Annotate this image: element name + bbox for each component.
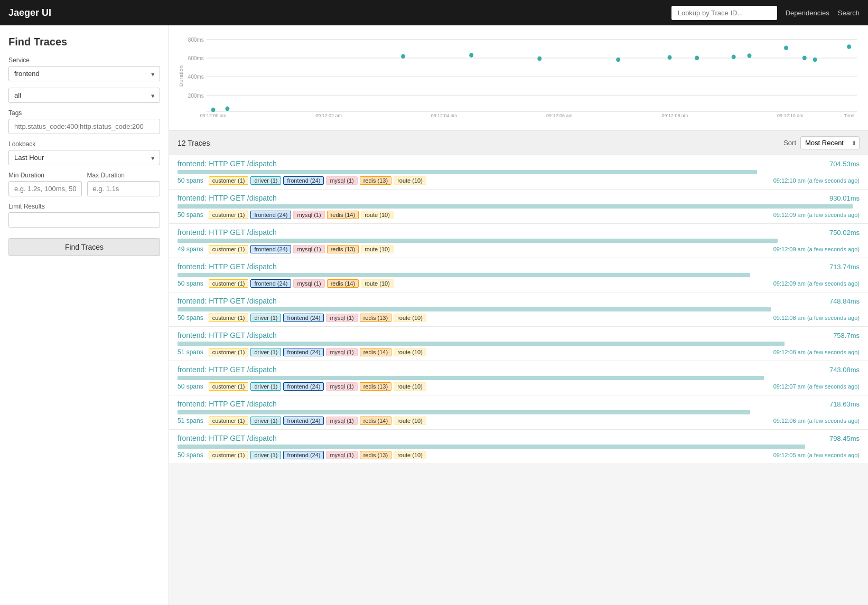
max-duration-input[interactable] xyxy=(87,181,161,196)
trace-bar-wrapper xyxy=(178,204,860,209)
trace-list: frontend: HTTP GET /dispatch 704.53ms 50… xyxy=(169,155,868,464)
tag-badge-driver: driver (1) xyxy=(250,451,281,459)
tag-badge-frontend: frontend (24) xyxy=(283,176,324,185)
trace-spans: 49 spans xyxy=(178,245,203,253)
lookback-label: Lookback xyxy=(8,140,160,148)
tag-badge-redis: redis (14) xyxy=(360,417,391,425)
tag-badge-mysql: mysql (1) xyxy=(326,382,357,391)
main-content: Duration 800ms 600ms 400ms 200ms xyxy=(169,25,868,605)
trace-spans: 50 spans xyxy=(178,211,203,219)
trace-top: frontend: HTTP GET /dispatch 713.74ms xyxy=(169,258,868,273)
svg-text:09:12:10 am: 09:12:10 am xyxy=(777,113,804,118)
trace-tags: customer (1)driver (1)frontend (24)mysql… xyxy=(209,451,773,459)
trace-item[interactable]: frontend: HTTP GET /dispatch 798.45ms 50… xyxy=(169,430,868,464)
tag-badge-mysql: mysql (1) xyxy=(326,451,357,459)
trace-spans: 50 spans xyxy=(178,177,203,184)
trace-bar xyxy=(178,307,771,311)
trace-bottom: 51 spans customer (1)driver (1)frontend … xyxy=(169,346,868,361)
trace-name: frontend: HTTP GET /dispatch xyxy=(178,194,277,202)
dependencies-button[interactable]: Dependencies xyxy=(786,9,829,17)
trace-spans: 51 spans xyxy=(178,417,203,424)
service-select[interactable]: frontend xyxy=(8,66,160,81)
tag-badge-route: route (10) xyxy=(394,417,426,425)
trace-bar xyxy=(178,204,853,209)
trace-item[interactable]: frontend: HTTP GET /dispatch 758.7ms 51 … xyxy=(169,327,868,361)
tag-badge-redis: redis (13) xyxy=(360,314,391,322)
min-duration-label: Min Duration xyxy=(8,172,82,179)
trace-item[interactable]: frontend: HTTP GET /dispatch 748.84ms 50… xyxy=(169,292,868,327)
trace-item[interactable]: frontend: HTTP GET /dispatch 713.74ms 50… xyxy=(169,258,868,292)
tag-badge-mysql: mysql (1) xyxy=(293,245,324,253)
sort-select[interactable]: Most Recent Longest First Shortest First… xyxy=(800,136,860,149)
trace-name: frontend: HTTP GET /dispatch xyxy=(178,297,277,305)
svg-text:800ms: 800ms xyxy=(188,37,204,43)
tag-badge-route: route (10) xyxy=(394,451,426,459)
min-duration-input[interactable] xyxy=(8,181,82,196)
svg-point-14 xyxy=(537,56,542,61)
service-select-wrapper: frontend xyxy=(8,66,160,81)
svg-text:200ms: 200ms xyxy=(188,92,204,98)
trace-top: frontend: HTTP GET /dispatch 930.01ms xyxy=(169,190,868,204)
svg-text:09:12:06 am: 09:12:06 am xyxy=(546,113,573,118)
trace-bar xyxy=(178,239,778,243)
trace-tags: customer (1)frontend (24)mysql (1)redis … xyxy=(209,279,773,288)
svg-text:600ms: 600ms xyxy=(188,55,204,61)
trace-name: frontend: HTTP GET /dispatch xyxy=(178,228,277,237)
sidebar-title: Find Traces xyxy=(8,36,160,48)
header: Jaeger UI Dependencies Search xyxy=(0,0,868,25)
trace-bar-wrapper xyxy=(178,376,860,380)
trace-name: frontend: HTTP GET /dispatch xyxy=(178,159,277,168)
sort-label: Sort xyxy=(783,139,796,147)
trace-item[interactable]: frontend: HTTP GET /dispatch 750.02ms 49… xyxy=(169,224,868,258)
trace-item[interactable]: frontend: HTTP GET /dispatch 718.63ms 51… xyxy=(169,395,868,430)
service-label: Service xyxy=(8,56,160,64)
tag-badge-route: route (10) xyxy=(361,279,394,288)
sidebar: Find Traces Service frontend all Tags Lo… xyxy=(0,25,169,605)
min-duration-form-group: Min Duration xyxy=(8,172,82,196)
sort-area: Sort Most Recent Longest First Shortest … xyxy=(783,136,860,149)
tag-badge-redis: redis (14) xyxy=(327,211,359,219)
trace-time: 09:12:10 am (a few seconds ago) xyxy=(773,177,860,184)
search-button[interactable]: Search xyxy=(838,9,860,17)
tag-badge-driver: driver (1) xyxy=(250,382,281,391)
svg-text:09:12:04 am: 09:12:04 am xyxy=(431,113,458,118)
limit-form-group: Limit Results 20 xyxy=(8,203,160,228)
tag-badge-redis: redis (13) xyxy=(360,451,391,459)
service-form-group: Service frontend xyxy=(8,56,160,81)
svg-text:09:12:00 am: 09:12:00 am xyxy=(200,113,227,118)
trace-item[interactable]: frontend: HTTP GET /dispatch 704.53ms 50… xyxy=(169,155,868,190)
trace-item[interactable]: frontend: HTTP GET /dispatch 930.01ms 50… xyxy=(169,190,868,224)
trace-bottom: 50 spans customer (1)driver (1)frontend … xyxy=(169,380,868,395)
trace-bar xyxy=(178,376,764,380)
trace-bottom: 50 spans customer (1)driver (1)frontend … xyxy=(169,449,868,464)
traces-header: 12 Traces Sort Most Recent Longest First… xyxy=(169,131,868,155)
limit-input[interactable]: 20 xyxy=(8,212,160,228)
tag-badge-customer: customer (1) xyxy=(209,279,249,288)
trace-spans: 50 spans xyxy=(178,314,203,322)
trace-tags: customer (1)driver (1)frontend (24)mysql… xyxy=(209,176,773,185)
svg-point-17 xyxy=(695,56,699,61)
lookback-select[interactable]: Last Hour Last 2 Hours Last 6 Hours Last… xyxy=(8,150,160,165)
trace-bottom: 50 spans customer (1)frontend (24)mysql … xyxy=(169,209,868,223)
trace-bar-wrapper xyxy=(178,273,860,277)
tags-input[interactable] xyxy=(8,119,160,134)
operation-select[interactable]: all xyxy=(8,88,160,103)
tags-form-group: Tags xyxy=(8,109,160,134)
tag-badge-frontend: frontend (24) xyxy=(283,348,324,356)
trace-name: frontend: HTTP GET /dispatch xyxy=(178,434,277,442)
svg-point-13 xyxy=(469,53,473,58)
trace-name: frontend: HTTP GET /dispatch xyxy=(178,365,277,374)
trace-time: 09:12:09 am (a few seconds ago) xyxy=(773,280,860,287)
tag-badge-redis: redis (13) xyxy=(360,382,391,391)
trace-scatter-chart: Duration 800ms 600ms 400ms 200ms xyxy=(178,34,860,118)
trace-item[interactable]: frontend: HTTP GET /dispatch 743.08ms 50… xyxy=(169,361,868,395)
svg-point-23 xyxy=(847,44,851,49)
tag-badge-route: route (10) xyxy=(394,382,426,391)
trace-id-search-input[interactable] xyxy=(671,6,777,20)
find-traces-button[interactable]: Find Traces xyxy=(8,238,160,256)
trace-bar xyxy=(178,410,750,414)
svg-text:Time: Time xyxy=(844,113,855,118)
tags-label: Tags xyxy=(8,109,160,117)
svg-point-16 xyxy=(668,55,672,60)
traces-count: 12 Traces xyxy=(178,139,210,147)
